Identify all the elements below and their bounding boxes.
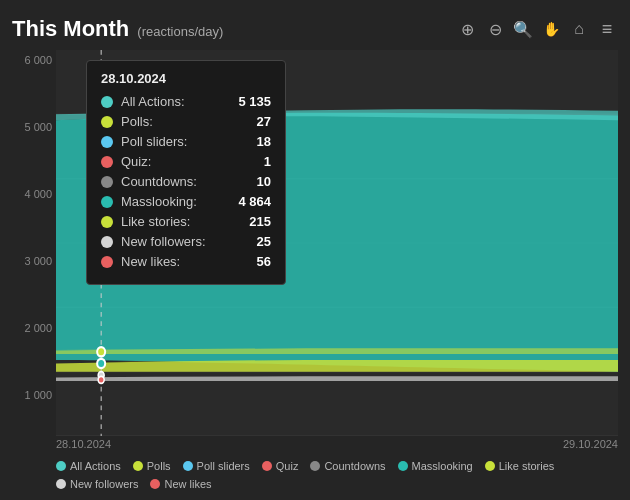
y-label-0: [12, 456, 56, 468]
tooltip-value-quiz: 1: [264, 154, 271, 169]
legend-label-quiz: Quiz: [276, 460, 299, 472]
y-label-4000: 4 000: [12, 188, 56, 200]
legend-item-countdowns: Countdowns: [310, 460, 385, 472]
svg-point-10: [97, 359, 105, 368]
legend-dot-like-stories: [485, 461, 495, 471]
tooltip-label-new-followers: New followers:: [121, 234, 249, 249]
tooltip-label-all-actions: All Actions:: [121, 94, 230, 109]
legend-item-masslooking: Masslooking: [398, 460, 473, 472]
tooltip: 28.10.2024 All Actions: 5 135 Polls: 27 …: [86, 60, 286, 285]
title-area: This Month (reactions/day): [12, 16, 223, 42]
y-label-6000: 6 000: [12, 54, 56, 66]
zoom-in-icon[interactable]: ⊕: [456, 18, 478, 40]
page-title: This Month: [12, 16, 129, 42]
legend-dot-quiz: [262, 461, 272, 471]
legend-dot-new-likes: [150, 479, 160, 489]
y-label-2000: 2 000: [12, 322, 56, 334]
legend-label-countdowns: Countdowns: [324, 460, 385, 472]
tooltip-dot-quiz: [101, 156, 113, 168]
tooltip-label-polls: Polls:: [121, 114, 249, 129]
tooltip-row-quiz: Quiz: 1: [101, 154, 271, 169]
tooltip-label-countdowns: Countdowns:: [121, 174, 249, 189]
legend-item-like-stories: Like stories: [485, 460, 555, 472]
legend-label-new-followers: New followers: [70, 478, 138, 490]
tooltip-value-poll-sliders: 18: [257, 134, 271, 149]
tooltip-date: 28.10.2024: [101, 71, 271, 86]
chart-inner: 28.10.2024 All Actions: 5 135 Polls: 27 …: [56, 50, 618, 492]
x-label-right: 29.10.2024: [563, 438, 618, 454]
legend-label-polls: Polls: [147, 460, 171, 472]
tooltip-value-new-followers: 25: [257, 234, 271, 249]
y-label-5000: 5 000: [12, 121, 56, 133]
y-axis: 6 000 5 000 4 000 3 000 2 000 1 000: [12, 50, 56, 492]
tooltip-dot-new-followers: [101, 236, 113, 248]
legend-item-quiz: Quiz: [262, 460, 299, 472]
tooltip-value-polls: 27: [257, 114, 271, 129]
x-axis: 28.10.2024 29.10.2024: [56, 436, 618, 456]
tooltip-value-all-actions: 5 135: [238, 94, 271, 109]
tooltip-row-new-followers: New followers: 25: [101, 234, 271, 249]
svg-point-9: [97, 347, 105, 356]
legend-dot-new-followers: [56, 479, 66, 489]
tooltip-value-masslooking: 4 864: [238, 194, 271, 209]
legend: All Actions Polls Poll sliders Quiz Coun…: [56, 456, 618, 492]
tooltip-label-like-stories: Like stories:: [121, 214, 241, 229]
legend-dot-poll-sliders: [183, 461, 193, 471]
toolbar: ⊕ ⊖ 🔍 ✋ ⌂ ≡: [456, 18, 618, 40]
legend-item-new-followers: New followers: [56, 478, 138, 490]
pan-icon[interactable]: ✋: [540, 18, 562, 40]
tooltip-label-masslooking: Masslooking:: [121, 194, 230, 209]
y-label-1000: 1 000: [12, 389, 56, 401]
legend-item-poll-sliders: Poll sliders: [183, 460, 250, 472]
page-subtitle: (reactions/day): [137, 24, 223, 39]
tooltip-value-new-likes: 56: [257, 254, 271, 269]
tooltip-label-new-likes: New likes:: [121, 254, 249, 269]
legend-item-all-actions: All Actions: [56, 460, 121, 472]
legend-item-polls: Polls: [133, 460, 171, 472]
legend-label-like-stories: Like stories: [499, 460, 555, 472]
chart-svg[interactable]: 28.10.2024 All Actions: 5 135 Polls: 27 …: [56, 50, 618, 436]
app-container: This Month (reactions/day) ⊕ ⊖ 🔍 ✋ ⌂ ≡ 6…: [0, 0, 630, 500]
x-label-left: 28.10.2024: [56, 438, 111, 454]
tooltip-dot-like-stories: [101, 216, 113, 228]
header: This Month (reactions/day) ⊕ ⊖ 🔍 ✋ ⌂ ≡: [12, 16, 618, 42]
tooltip-row-all-actions: All Actions: 5 135: [101, 94, 271, 109]
legend-label-masslooking: Masslooking: [412, 460, 473, 472]
tooltip-dot-new-likes: [101, 256, 113, 268]
legend-label-poll-sliders: Poll sliders: [197, 460, 250, 472]
tooltip-dot-polls: [101, 116, 113, 128]
tooltip-row-countdowns: Countdowns: 10: [101, 174, 271, 189]
tooltip-row-polls: Polls: 27: [101, 114, 271, 129]
chart-area: 6 000 5 000 4 000 3 000 2 000 1 000: [12, 50, 618, 492]
legend-item-new-likes: New likes: [150, 478, 211, 490]
tooltip-label-poll-sliders: Poll sliders:: [121, 134, 249, 149]
tooltip-dot-countdowns: [101, 176, 113, 188]
tooltip-label-quiz: Quiz:: [121, 154, 256, 169]
legend-label-all-actions: All Actions: [70, 460, 121, 472]
tooltip-dot-poll-sliders: [101, 136, 113, 148]
tooltip-row-poll-sliders: Poll sliders: 18: [101, 134, 271, 149]
legend-dot-countdowns: [310, 461, 320, 471]
tooltip-dot-all-actions: [101, 96, 113, 108]
zoom-out-icon[interactable]: ⊖: [484, 18, 506, 40]
tooltip-dot-masslooking: [101, 196, 113, 208]
tooltip-row-like-stories: Like stories: 215: [101, 214, 271, 229]
search-icon[interactable]: 🔍: [512, 18, 534, 40]
legend-label-new-likes: New likes: [164, 478, 211, 490]
legend-dot-all-actions: [56, 461, 66, 471]
legend-dot-masslooking: [398, 461, 408, 471]
tooltip-value-countdowns: 10: [257, 174, 271, 189]
home-icon[interactable]: ⌂: [568, 18, 590, 40]
menu-icon[interactable]: ≡: [596, 18, 618, 40]
tooltip-row-masslooking: Masslooking: 4 864: [101, 194, 271, 209]
tooltip-value-like-stories: 215: [249, 214, 271, 229]
svg-point-12: [98, 376, 104, 383]
y-label-3000: 3 000: [12, 255, 56, 267]
legend-dot-polls: [133, 461, 143, 471]
tooltip-row-new-likes: New likes: 56: [101, 254, 271, 269]
